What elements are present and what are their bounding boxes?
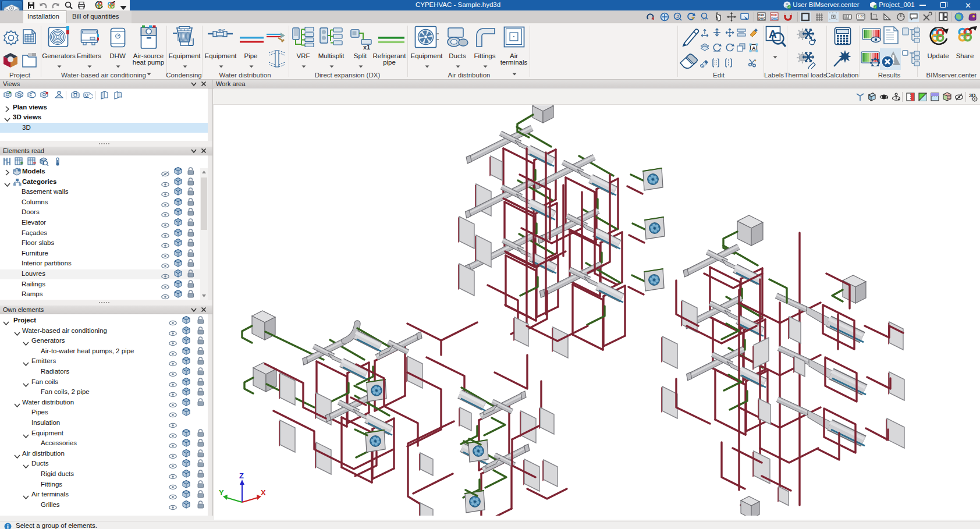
- svg-text:3D: 3D: [969, 93, 976, 98]
- svg-text:X: X: [261, 488, 266, 497]
- svg-text:DWG: DWG: [771, 17, 778, 20]
- svg-text:Z: Z: [239, 471, 244, 480]
- svg-text:x1: x1: [363, 44, 370, 50]
- svg-text:Y: Y: [219, 488, 224, 497]
- svg-text:A: A: [752, 45, 756, 51]
- svg-text:DWG: DWG: [758, 17, 765, 20]
- svg-text:1.00: 1.00: [858, 15, 864, 18]
- svg-text:-2: -2: [676, 15, 679, 19]
